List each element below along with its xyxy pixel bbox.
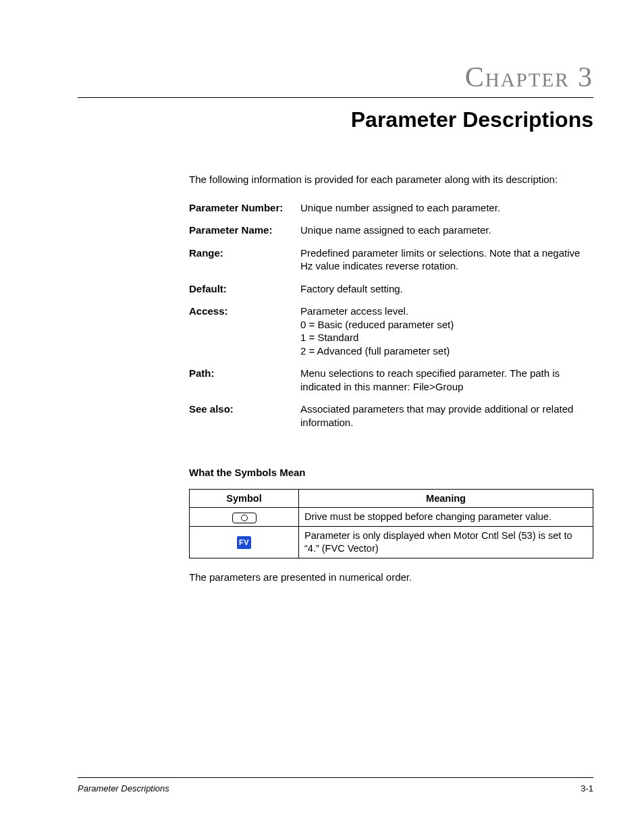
table-row: Drive must be stopped before changing pa… [190,508,593,527]
definition-row: Parameter Number:Unique number assigned … [189,201,593,215]
footer-left: Parameter Descriptions [78,783,169,793]
chapter-label-text: Chapter 3 [465,61,593,93]
definition-label: Parameter Name: [189,224,300,237]
definition-row: Default:Factory default setting. [189,282,593,296]
definition-value: Menu selections to reach specified param… [300,367,593,393]
definition-value: Factory default setting. [300,282,593,296]
chapter-label: Chapter 3 [78,61,593,93]
definition-value: Unique name assigned to each parameter. [300,224,593,237]
symbols-table: Symbol Meaning Drive must be stopped bef… [189,489,593,558]
definition-label: Access: [189,305,300,318]
symbol-cell [190,508,299,527]
header-rule [78,97,593,98]
fv-icon: FV [237,536,251,548]
definition-label: Range: [189,246,300,260]
definition-row: See also:Associated parameters that may … [189,402,593,429]
definition-row: Range:Predefined parameter limits or sel… [189,246,593,273]
definition-label: Default: [189,282,300,296]
definition-row: Path:Menu selections to reach specified … [189,367,593,393]
definition-value: Associated parameters that may provide a… [300,402,593,429]
definition-value: Predefined parameter limits or selection… [300,246,593,273]
footer: Parameter Descriptions 3-1 [78,777,593,793]
definition-value: Unique number assigned to each parameter… [300,201,593,215]
symbols-col-symbol: Symbol [190,489,299,508]
meaning-cell: Parameter is only displayed when Motor C… [299,527,593,558]
definition-label: See also: [189,402,300,416]
definition-label: Parameter Number: [189,201,300,215]
definition-label: Path: [189,367,300,380]
table-row: FVParameter is only displayed when Motor… [190,527,593,558]
footer-right: 3-1 [581,783,593,793]
definitions-list: Parameter Number:Unique number assigned … [189,201,593,429]
symbols-heading: What the Symbols Mean [189,466,593,479]
stop-icon [232,513,257,523]
definition-row: Access:Parameter access level. 0 = Basic… [189,305,593,357]
symbols-col-meaning: Meaning [299,489,593,508]
definition-row: Parameter Name:Unique name assigned to e… [189,224,593,237]
definition-value: Parameter access level. 0 = Basic (reduc… [300,305,593,357]
intro-text: The following information is provided fo… [189,173,593,186]
page: Chapter 3 Parameter Descriptions The fol… [0,0,644,834]
footer-rule [78,777,593,778]
closing-text: The parameters are presented in numerica… [189,571,593,584]
meaning-cell: Drive must be stopped before changing pa… [299,508,593,527]
content: The following information is provided fo… [189,173,593,583]
symbol-cell: FV [190,527,299,558]
page-title: Parameter Descriptions [78,107,593,132]
